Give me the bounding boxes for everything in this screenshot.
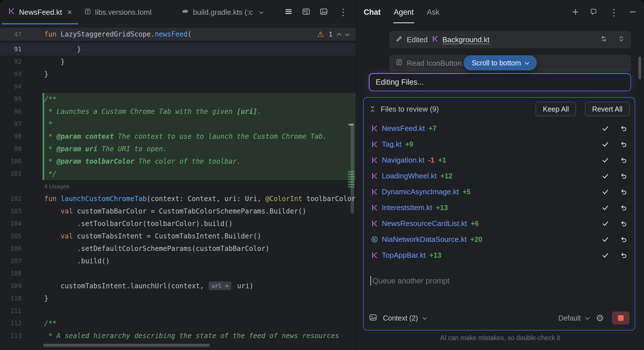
edited-file-link[interactable]: Background.kt — [442, 35, 490, 44]
keep-all-button[interactable]: Keep All — [536, 102, 576, 116]
code-line[interactable]: 98 * @param context The context to use t… — [0, 130, 356, 143]
attach-image-icon[interactable] — [369, 313, 377, 323]
split-editor-icon[interactable] — [302, 7, 310, 17]
code-line[interactable]: 108 — [0, 267, 356, 280]
model-selector[interactable]: Default — [558, 314, 581, 322]
code-line[interactable]: 95/** — [0, 93, 356, 105]
code-line[interactable]: 104 .setToolbarColor(toolbarColor).build… — [0, 217, 356, 230]
code-line[interactable]: 96 * Launches a Custom Chrome Tab with t… — [0, 105, 356, 118]
scroll-to-bottom-button[interactable]: Scroll to bottom — [463, 56, 537, 70]
next-problem-chevron-down-icon[interactable] — [345, 31, 350, 36]
file-link[interactable]: NewsResourceCardList.kt — [382, 219, 467, 228]
tab-agent[interactable]: Agent — [394, 8, 414, 17]
accept-file-check-icon[interactable] — [601, 204, 609, 212]
code-line[interactable]: 4 Usages — [0, 180, 356, 193]
collapse-icon[interactable] — [369, 105, 376, 113]
review-file-row[interactable]: NiaNetworkDataSource.kt+20 — [368, 231, 630, 247]
context-button[interactable]: Context (2) — [383, 314, 418, 322]
code-text[interactable]: fun LazyStaggeredGridScope.newsFeed( — [44, 30, 192, 38]
revert-file-undo-icon[interactable] — [620, 172, 627, 180]
file-link[interactable]: Navigation.kt — [382, 156, 424, 165]
revert-file-undo-icon[interactable] — [620, 220, 627, 227]
review-file-row[interactable]: DynamicAsyncImage.kt+5 — [368, 184, 630, 200]
close-icon[interactable]: × — [67, 8, 72, 16]
code-line[interactable]: 109 customTabsIntent.launchUrl(context, … — [0, 280, 356, 292]
accept-file-check-icon[interactable] — [601, 188, 609, 196]
more-options-kebab-icon[interactable]: ⋮ — [339, 8, 348, 17]
tab-overflow-chevron-down-icon[interactable] — [259, 9, 263, 14]
code-line[interactable]: 113 * A sealed hierarchy describing the … — [0, 330, 356, 342]
revert-all-button[interactable]: Revert All — [585, 102, 630, 116]
code-line[interactable]: 107 .build() — [0, 255, 356, 267]
prompt-input[interactable]: Queue another prompt — [370, 276, 628, 286]
accept-file-check-icon[interactable] — [601, 220, 609, 227]
revert-file-undo-icon[interactable] — [620, 188, 627, 196]
code-line[interactable]: 93} — [0, 68, 356, 80]
code-line[interactable]: 99 * @param uri The URI to open. — [0, 143, 356, 155]
file-link[interactable]: LoadingWheel.kt — [382, 172, 437, 180]
accept-file-check-icon[interactable] — [601, 172, 609, 180]
file-link[interactable]: NiaNetworkDataSource.kt — [382, 235, 467, 244]
code-line[interactable]: 106 .setDefaultColorSchemeParams(customT… — [0, 242, 356, 255]
new-chat-plus-icon[interactable] — [571, 8, 579, 17]
edited-file-card[interactable]: Edited Background.kt — [389, 31, 631, 48]
editor-horizontal-scrollbar[interactable] — [43, 344, 210, 347]
chat-options-kebab-icon[interactable]: ⋮ — [609, 8, 618, 17]
revert-file-undo-icon[interactable] — [620, 236, 627, 243]
code-area[interactable]: 91 }92 }93}9495/**96 * Launches a Custom… — [0, 43, 356, 342]
tab-newsfeed[interactable]: NewsFeed.kt × — [2, 0, 78, 24]
revert-file-undo-icon[interactable] — [620, 204, 627, 212]
tab-ask[interactable]: Ask — [427, 8, 440, 17]
code-line[interactable]: 102fun launchCustomChromeTab(context: Co… — [0, 193, 356, 205]
file-link[interactable]: TopAppBar.kt — [382, 251, 426, 260]
revert-file-undo-icon[interactable] — [620, 156, 627, 164]
accept-file-check-icon[interactable] — [601, 125, 609, 132]
file-link[interactable]: InterestsItem.kt — [382, 203, 432, 212]
warning-icon[interactable]: ⚠ — [317, 31, 324, 38]
gear-icon[interactable]: ⚙ — [596, 313, 604, 323]
code-line[interactable]: 91 } — [0, 43, 356, 56]
code-line[interactable]: 105 val customTabsIntent = CustomTabsInt… — [0, 230, 356, 242]
accept-file-check-icon[interactable] — [601, 140, 609, 148]
review-file-row[interactable]: InterestsItem.kt+13 — [368, 200, 630, 215]
tab-libs-versions[interactable]: libs.versions.toml — [78, 0, 158, 24]
code-line[interactable]: 100 * @param toolbarColor The color of t… — [0, 155, 356, 168]
show-diff-icon[interactable] — [600, 35, 607, 44]
code-line[interactable]: 110} — [0, 292, 356, 305]
prev-problem-chevron-up-icon[interactable] — [337, 33, 342, 37]
code-line[interactable]: 103 val customTabBarColor = CustomTabCol… — [0, 205, 356, 217]
chat-history-bubble-icon[interactable] — [590, 8, 598, 17]
reader-list-icon[interactable] — [284, 7, 293, 17]
accept-file-check-icon[interactable] — [601, 156, 609, 164]
context-chevron-down-icon[interactable] — [422, 315, 427, 320]
expand-chevrons-icon[interactable] — [618, 35, 625, 44]
image-preview-icon[interactable] — [319, 7, 328, 17]
code-line[interactable]: 94 — [0, 80, 356, 93]
review-file-row[interactable]: TopAppBar.kt+13 — [368, 247, 630, 263]
chat-scrollbar[interactable] — [638, 57, 641, 79]
file-link[interactable]: NewsFeed.kt — [382, 124, 425, 133]
editor-vertical-scrollbar[interactable] — [351, 123, 354, 214]
revert-file-undo-icon[interactable] — [620, 251, 627, 259]
tab-chat[interactable]: Chat — [364, 8, 381, 17]
model-chevron-down-icon[interactable] — [585, 315, 590, 320]
stop-button[interactable] — [612, 311, 630, 325]
code-line[interactable]: 101 */ — [0, 168, 356, 180]
revert-file-undo-icon[interactable] — [620, 125, 627, 132]
file-link[interactable]: Tag.kt — [382, 140, 401, 149]
review-file-row[interactable]: Navigation.kt-1+1 — [368, 152, 630, 168]
code-line[interactable]: 92 } — [0, 56, 356, 68]
code-line[interactable]: 112/** — [0, 317, 356, 330]
review-file-row[interactable]: NewsFeed.kt+7 — [368, 120, 630, 136]
revert-file-undo-icon[interactable] — [620, 140, 627, 148]
accept-file-check-icon[interactable] — [601, 251, 609, 259]
code-line[interactable]: 97 * — [0, 118, 356, 130]
tab-build-gradle[interactable]: build.gradle.kts (:c — [175, 0, 259, 24]
review-file-row[interactable]: NewsResourceCardList.kt+6 — [368, 215, 630, 231]
file-link[interactable]: DynamicAsyncImage.kt — [382, 187, 459, 196]
accept-file-check-icon[interactable] — [601, 236, 609, 243]
review-file-row[interactable]: Tag.kt+9 — [368, 136, 630, 152]
code-line[interactable]: 111 — [0, 305, 356, 317]
review-file-row[interactable]: LoadingWheel.kt+12 — [368, 168, 630, 184]
hide-panel-minimize-icon[interactable] — [629, 8, 637, 17]
